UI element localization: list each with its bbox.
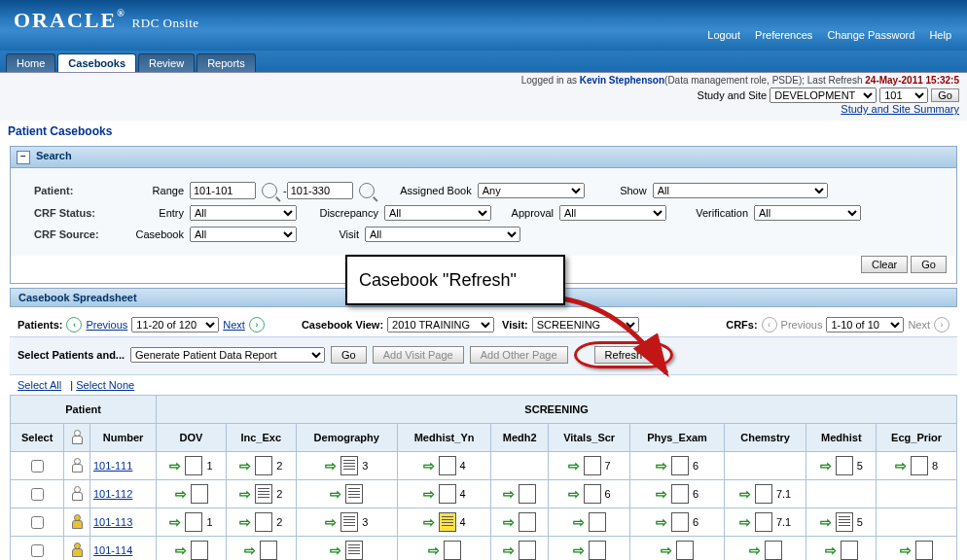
row-select-checkbox[interactable] [31,460,44,472]
crf-cell[interactable]: ⇨ [491,508,549,537]
collapse-icon[interactable]: − [17,151,30,164]
crf-cell[interactable]: ⇨7.1 [724,508,806,537]
tab-review[interactable]: Review [138,53,195,72]
verification-select[interactable]: All [754,205,861,221]
crf-cell[interactable]: ⇨4 [397,480,490,508]
crfs-page-select[interactable]: 1-10 of 10 [826,317,904,332]
logout-link[interactable]: Logout [707,29,740,41]
row-select-checkbox[interactable] [31,488,44,501]
crf-cell[interactable]: ⇨6 [630,480,725,508]
crf-cell[interactable]: ⇨6 [630,452,725,480]
show-select[interactable]: All [653,183,828,198]
range-from-input[interactable] [190,182,256,199]
select-none-link[interactable]: Select None [76,379,134,391]
crf-cell[interactable] [806,480,877,508]
search-go-button[interactable]: Go [911,256,947,273]
patients-page-select[interactable]: 11-20 of 120 [131,317,219,332]
change-password-link[interactable]: Change Password [827,29,914,41]
casebook-view-select[interactable]: 2010 TRAINING [387,317,494,332]
range-to-input[interactable] [287,182,353,199]
verification-label: Verification [670,207,748,219]
crf-cell[interactable]: ⇨ [549,508,630,537]
crf-cell[interactable]: ⇨2 [226,452,296,480]
crf-cell[interactable]: ⇨ [157,537,227,561]
page-icon [755,512,772,532]
discrepancy-select[interactable]: All [384,205,491,221]
crf-cell[interactable]: ⇨5 [806,452,877,480]
row-select-checkbox[interactable] [31,516,44,529]
patient-number-link[interactable]: 101-114 [93,544,132,556]
study-site-summary-link[interactable]: Study and Site Summary [841,103,959,115]
search-icon[interactable] [262,183,277,198]
crf-cell[interactable]: ⇨1 [157,452,227,480]
patient-number-link[interactable]: 101-113 [93,516,132,528]
crf-number: 2 [276,516,282,528]
search-icon[interactable] [359,183,375,198]
col-header: Number [90,424,156,452]
crf-cell[interactable]: ⇨ [296,537,397,561]
assigned-book-select[interactable]: Any [478,183,585,198]
crf-cell[interactable] [877,508,957,537]
page-icon [340,456,358,475]
crf-cell[interactable]: ⇨4 [397,452,490,480]
crf-cell[interactable]: ⇨6 [630,508,725,537]
crf-cell[interactable]: ⇨6 [549,480,630,508]
action-go-button[interactable]: Go [331,346,367,364]
crf-number: 6 [693,488,698,500]
clear-button[interactable]: Clear [861,256,908,273]
prev-icon[interactable]: ‹ [66,317,82,332]
crf-cell[interactable]: ⇨7.1 [724,480,806,508]
page-icon [191,541,208,560]
previous-link[interactable]: Previous [86,319,127,331]
select-all-link[interactable]: Select All [18,379,61,391]
entry-select[interactable]: All [190,205,297,221]
preferences-link[interactable]: Preferences [755,29,812,41]
crf-cell[interactable]: ⇨5 [806,508,877,537]
crf-cell[interactable]: ⇨ [724,537,806,561]
crf-cell[interactable]: ⇨ [296,480,397,508]
tab-reports[interactable]: Reports [197,53,256,72]
patient-number-link[interactable]: 101-112 [93,488,132,500]
next-link[interactable]: Next [223,319,245,331]
crf-cell[interactable] [724,452,806,480]
crf-cell[interactable]: ⇨7 [549,452,630,480]
crf-cell[interactable]: ⇨ [806,537,877,561]
crf-cell[interactable]: ⇨ [630,537,725,561]
crf-number: 2 [276,488,282,500]
crf-cell[interactable]: ⇨ [549,537,630,561]
help-link[interactable]: Help [929,29,951,41]
crf-cell[interactable] [877,480,957,508]
crf-cell[interactable]: ⇨ [397,537,490,561]
crf-cell[interactable] [491,452,549,480]
patient-number-link[interactable]: 101-111 [93,460,132,472]
action-select[interactable]: Generate Patient Data Report [130,347,325,363]
page-icon [255,512,272,532]
row-select-checkbox[interactable] [31,544,44,557]
next-icon[interactable]: › [249,317,265,332]
crf-cell[interactable]: ⇨ [157,480,227,508]
arrow-icon: ⇨ [325,514,337,530]
crf-cell[interactable]: ⇨1 [157,508,227,537]
crf-cell[interactable]: ⇨ [877,537,957,561]
casebook-select[interactable]: All [190,227,297,242]
crf-cell[interactable]: ⇨8 [877,452,957,480]
site-select[interactable]: 101 [879,88,928,103]
approval-select[interactable]: All [559,205,666,221]
site-go-button[interactable]: Go [931,88,959,102]
study-select[interactable]: DEVELOPMENT [770,88,877,103]
crf-cell[interactable]: ⇨3 [296,508,397,537]
crf-cell[interactable]: ⇨ [491,537,549,561]
crf-cell[interactable]: ⇨3 [296,452,397,480]
col-header: Demography [296,424,397,452]
crf-cell[interactable]: ⇨ [491,480,549,508]
crf-cell[interactable]: ⇨ [226,537,296,561]
crf-cell[interactable]: ⇨4 [397,508,490,537]
crf-cell[interactable]: ⇨2 [226,480,296,508]
tab-home[interactable]: Home [6,53,55,72]
visit-select[interactable]: All [365,227,520,242]
crf-cell[interactable]: ⇨2 [226,508,296,537]
add-visit-page-button[interactable]: Add Visit Page [373,346,464,364]
arrow-icon: ⇨ [739,514,751,530]
tab-casebooks[interactable]: Casebooks [57,53,136,72]
patients-label: Patients: [18,319,62,331]
